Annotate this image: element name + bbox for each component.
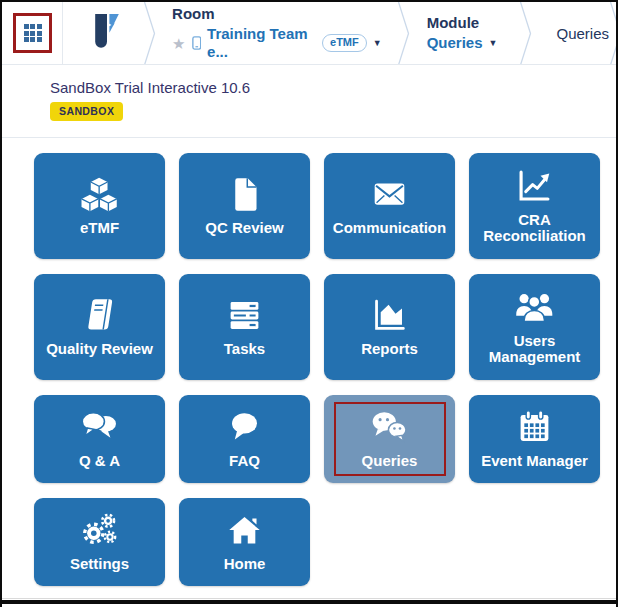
envelope-icon xyxy=(371,176,408,213)
apps-grid-icon xyxy=(24,24,42,42)
tile-label: Users Management xyxy=(477,333,592,365)
tile-label: Reports xyxy=(361,341,418,357)
tile-label: Tasks xyxy=(224,341,265,357)
room-selector[interactable]: Training Team e... xyxy=(207,25,316,61)
module-caret-down-icon[interactable]: ▼ xyxy=(489,38,498,48)
window-frame-bottom xyxy=(2,600,616,604)
tile-label: eTMF xyxy=(80,220,119,236)
divider-vertical xyxy=(62,2,63,64)
sandbox-badge: SANDBOX xyxy=(50,102,123,121)
tile-qc-review[interactable]: QC Review xyxy=(179,153,310,259)
tile-label: Settings xyxy=(70,556,129,572)
chart-line-icon xyxy=(516,168,553,205)
tile-label: FAQ xyxy=(229,453,260,469)
area-chart-icon xyxy=(371,297,408,334)
app-logo[interactable] xyxy=(90,11,124,55)
room-type-badge: eTMF xyxy=(322,34,367,52)
users-icon xyxy=(513,289,556,326)
tile-etmf[interactable]: eTMF xyxy=(34,153,165,259)
breadcrumb-chevron-icon xyxy=(519,2,532,64)
breadcrumb-chevron-icon xyxy=(397,2,410,64)
tile-label: Home xyxy=(224,556,266,572)
tile-home[interactable]: Home xyxy=(179,498,310,586)
comments-icon xyxy=(79,409,120,446)
room-label: Room xyxy=(172,5,382,22)
app-window: Room ★ Training Team e... eTMF ▼ Module … xyxy=(0,0,618,607)
breadcrumb-room: Room ★ Training Team e... eTMF ▼ xyxy=(172,2,382,64)
book-icon xyxy=(81,297,118,334)
tile-users-management[interactable]: Users Management xyxy=(469,274,600,380)
tile-q-a[interactable]: Q & A xyxy=(34,395,165,483)
room-caret-down-icon[interactable]: ▼ xyxy=(373,38,382,48)
cubes-icon xyxy=(78,176,120,213)
gears-icon xyxy=(79,512,120,549)
home-icon xyxy=(226,512,263,549)
file-icon xyxy=(226,176,263,213)
breadcrumb-module: Module Queries ▼ xyxy=(427,2,498,64)
tile-communication[interactable]: Communication xyxy=(324,153,455,259)
calendar-icon xyxy=(516,409,553,446)
tile-label: Event Manager xyxy=(481,453,588,469)
tile-reports[interactable]: Reports xyxy=(324,274,455,380)
tile-label: QC Review xyxy=(205,220,283,236)
page-title: Queries xyxy=(556,25,609,42)
module-tile-grid: eTMF QC Review Communication CRA Reconci… xyxy=(34,153,596,586)
module-selector[interactable]: Queries xyxy=(427,34,483,52)
tile-settings[interactable]: Settings xyxy=(34,498,165,586)
tile-faq[interactable]: FAQ xyxy=(179,395,310,483)
tile-queries[interactable]: Queries xyxy=(324,395,455,483)
tasks-icon xyxy=(226,297,263,334)
tile-quality-review[interactable]: Quality Review xyxy=(34,274,165,380)
breadcrumb-chevron-icon xyxy=(143,2,156,64)
wechat-icon xyxy=(369,409,410,446)
breadcrumb-chevron-icon xyxy=(609,2,616,64)
module-label: Module xyxy=(427,14,498,31)
tile-label: Communication xyxy=(333,220,446,236)
comment-icon xyxy=(226,409,263,446)
favorite-star-icon[interactable]: ★ xyxy=(172,36,185,51)
room-info-section: SandBox Trial Interactive 10.6 SANDBOX xyxy=(2,65,616,138)
apps-grid-button[interactable] xyxy=(13,13,52,53)
divider-horizontal xyxy=(2,598,616,599)
top-bar: Room ★ Training Team e... eTMF ▼ Module … xyxy=(2,2,616,65)
tile-label: CRA Reconciliation xyxy=(477,212,592,244)
tile-label: Quality Review xyxy=(46,341,153,357)
tile-tasks[interactable]: Tasks xyxy=(179,274,310,380)
tile-label: Q & A xyxy=(79,453,120,469)
room-full-title: SandBox Trial Interactive 10.6 xyxy=(50,78,616,97)
device-icon xyxy=(192,35,202,51)
tile-cra-reconciliation[interactable]: CRA Reconciliation xyxy=(469,153,600,259)
tile-label: Queries xyxy=(362,453,418,469)
trial-interactive-logo-icon xyxy=(90,11,124,51)
tile-event-manager[interactable]: Event Manager xyxy=(469,395,600,483)
